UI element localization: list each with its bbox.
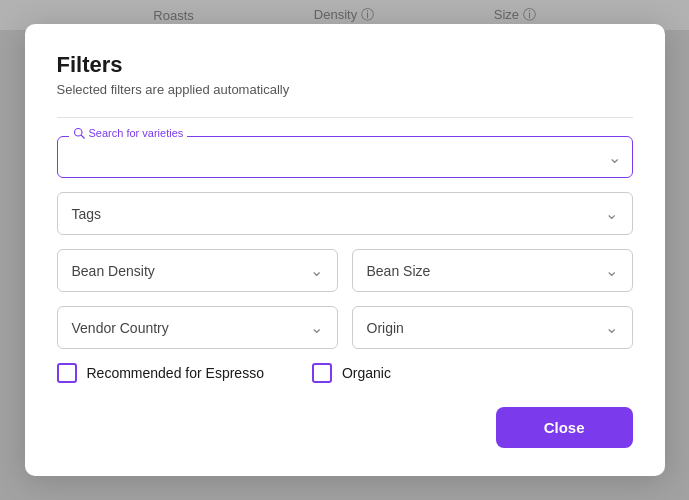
- checkboxes-row: Recommended for Espresso Organic: [57, 363, 633, 383]
- close-button[interactable]: Close: [496, 407, 633, 448]
- search-container: Search for varieties ⌄: [57, 136, 633, 178]
- modal-title: Filters: [57, 52, 633, 78]
- bean-density-dropdown[interactable]: Bean Density ⌄: [57, 249, 338, 292]
- modal-footer: Close: [57, 407, 633, 448]
- espresso-label: Recommended for Espresso: [87, 365, 264, 381]
- organic-checkbox-item[interactable]: Organic: [312, 363, 391, 383]
- dropdown-row-2: Vendor Country ⌄ Origin ⌄: [57, 306, 633, 349]
- vendor-country-chevron-icon: ⌄: [310, 318, 323, 337]
- tags-dropdown-label: Tags: [72, 206, 102, 222]
- espresso-checkbox-item[interactable]: Recommended for Espresso: [57, 363, 264, 383]
- organic-checkbox[interactable]: [312, 363, 332, 383]
- origin-label: Origin: [367, 320, 404, 336]
- divider: [57, 117, 633, 118]
- espresso-checkbox[interactable]: [57, 363, 77, 383]
- search-label: Search for varieties: [69, 127, 188, 139]
- origin-chevron-icon: ⌄: [605, 318, 618, 337]
- modal-subtitle: Selected filters are applied automatical…: [57, 82, 633, 97]
- filters-modal: Filters Selected filters are applied aut…: [25, 24, 665, 476]
- bean-size-dropdown[interactable]: Bean Size ⌄: [352, 249, 633, 292]
- svg-line-1: [81, 135, 84, 138]
- tags-dropdown[interactable]: Tags ⌄: [57, 192, 633, 235]
- dropdown-row-1: Bean Density ⌄ Bean Size ⌄: [57, 249, 633, 292]
- bean-density-chevron-icon: ⌄: [310, 261, 323, 280]
- tags-chevron-icon: ⌄: [605, 204, 618, 223]
- bean-size-label: Bean Size: [367, 263, 431, 279]
- vendor-country-label: Vendor Country: [72, 320, 169, 336]
- modal-overlay: Filters Selected filters are applied aut…: [0, 0, 689, 500]
- organic-label: Organic: [342, 365, 391, 381]
- search-icon: [73, 127, 85, 139]
- bean-size-chevron-icon: ⌄: [605, 261, 618, 280]
- origin-dropdown[interactable]: Origin ⌄: [352, 306, 633, 349]
- bean-density-label: Bean Density: [72, 263, 155, 279]
- search-input[interactable]: [57, 136, 633, 178]
- vendor-country-dropdown[interactable]: Vendor Country ⌄: [57, 306, 338, 349]
